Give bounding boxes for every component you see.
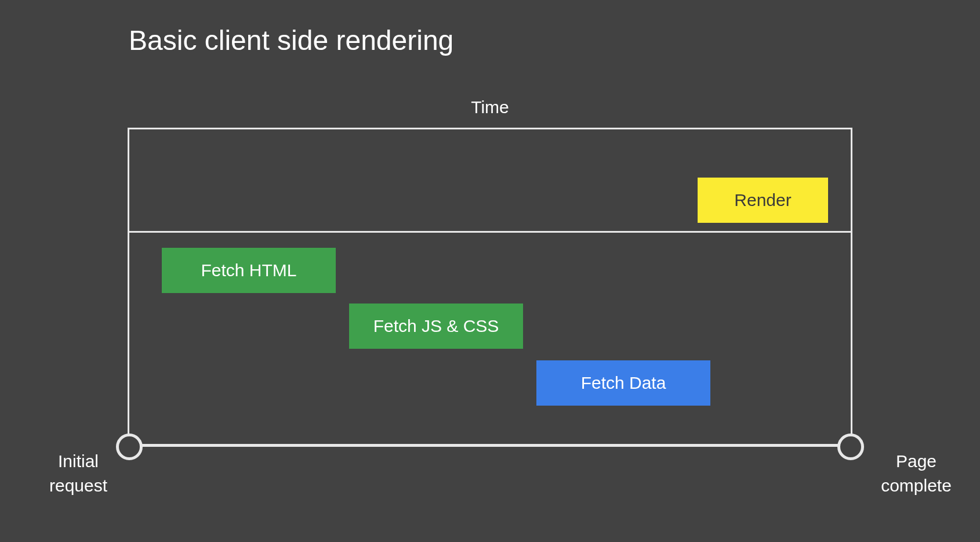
- timeline-diagram: Render Fetch HTML Fetch JS & CSS Fetch D…: [128, 128, 852, 447]
- lower-track: Fetch HTML Fetch JS & CSS Fetch Data: [129, 233, 851, 449]
- page-complete-label: Page complete: [870, 449, 963, 498]
- fetch-js-css-bar: Fetch JS & CSS: [349, 303, 523, 349]
- time-axis-label: Time: [471, 97, 509, 117]
- render-bar: Render: [698, 178, 828, 223]
- timeline-axis: [129, 444, 851, 447]
- fetch-html-bar: Fetch HTML: [162, 248, 336, 293]
- initial-request-label: Initial request: [32, 449, 125, 498]
- diagram-title: Basic client side rendering: [129, 24, 453, 56]
- fetch-data-bar: Fetch Data: [536, 360, 710, 406]
- end-marker-icon: [837, 433, 864, 460]
- upper-track: Render: [129, 129, 851, 233]
